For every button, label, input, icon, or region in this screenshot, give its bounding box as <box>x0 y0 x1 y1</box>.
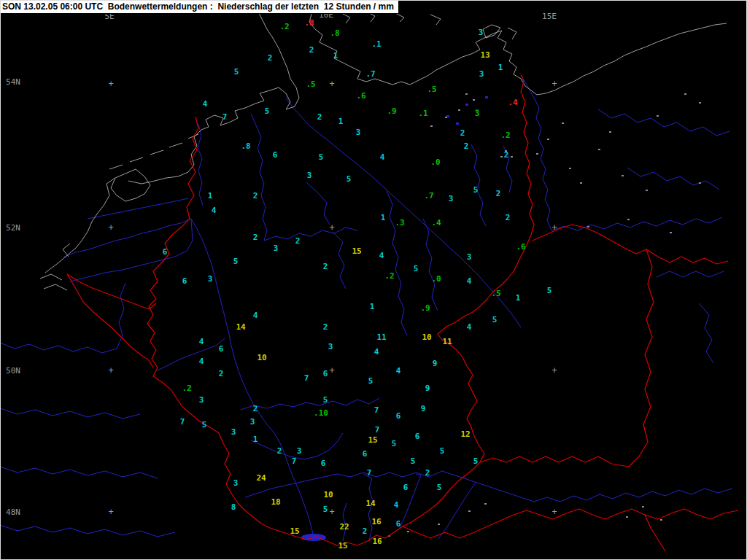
station-precip-value: 9 <box>425 384 430 393</box>
station-precip-value: 5 <box>473 456 479 466</box>
station-precip-value: 2 <box>363 526 368 536</box>
graticule-cross: + <box>551 222 557 233</box>
station-precip-value: 6 <box>396 519 401 529</box>
station-precip-value: 5 <box>319 152 324 162</box>
station-precip-value: 16 <box>371 517 381 526</box>
station-precip-value: 5 <box>473 185 479 195</box>
station-precip-value: .9 <box>420 303 430 313</box>
station-precip-value: 15 <box>290 526 299 536</box>
station-precip-value: 1 <box>498 63 503 72</box>
station-precip-value: 2 <box>464 141 469 151</box>
station-precip-value: .1 <box>371 39 381 49</box>
station-precip-value: 2 <box>460 128 465 138</box>
station-precip-value: 9 <box>433 359 438 368</box>
station-precip-value: 10 <box>257 353 266 362</box>
station-precip-value: 3 <box>208 274 213 284</box>
station-precip-value: 5 <box>323 505 328 514</box>
station-precip-value: 3 <box>356 128 361 137</box>
station-precip-value: 2 <box>219 369 224 378</box>
station-precip-value: 2 <box>268 53 273 63</box>
station-precip-value: 3 <box>449 194 454 203</box>
station-values-layer: .2.8.8.13132125.713.5.6.5.4.9.13475213.2… <box>0 0 747 560</box>
station-precip-value: 4 <box>199 357 204 366</box>
station-precip-value: 7 <box>367 468 372 478</box>
graticule-cross: + <box>551 507 557 517</box>
station-precip-value: .3 <box>395 218 404 228</box>
station-precip-value: 2 <box>253 233 258 242</box>
station-precip-value: 5 <box>411 456 416 466</box>
station-precip-value: 3 <box>233 478 239 488</box>
graticule-cross: + <box>329 79 334 89</box>
station-precip-value: 4 <box>212 206 217 215</box>
station-precip-value: 3 <box>231 427 236 437</box>
station-precip-value: 5 <box>323 395 328 405</box>
latitude-label: 50N <box>6 366 20 376</box>
station-precip-value: 4 <box>253 311 258 320</box>
station-precip-value: 15 <box>338 541 347 551</box>
station-precip-value: 1 <box>381 213 386 222</box>
station-precip-value: 7 <box>222 112 228 122</box>
station-precip-value: 5 <box>234 67 239 77</box>
station-precip-value: 3 <box>307 171 312 180</box>
station-precip-value: 3 <box>274 244 279 253</box>
station-precip-value: 10 <box>323 490 333 499</box>
station-precip-value: 5 <box>233 257 239 266</box>
station-precip-value: 10 <box>422 332 431 342</box>
station-precip-value: 7 <box>180 417 185 427</box>
station-precip-value: 7 <box>374 405 379 415</box>
station-precip-value: 5 <box>368 376 374 386</box>
station-precip-value: 15 <box>368 435 377 445</box>
station-precip-value: .6 <box>516 242 525 252</box>
station-precip-value: 5 <box>347 174 352 184</box>
station-precip-value: 8 <box>231 502 236 512</box>
title-bar: SON 13.02.05 06:00 UTC Bodenwettermeldun… <box>0 0 399 14</box>
station-precip-value: 6 <box>182 276 187 286</box>
station-precip-value: 3 <box>250 417 255 427</box>
station-precip-value: 3 <box>475 109 480 118</box>
station-precip-value: 4 <box>467 322 472 332</box>
station-precip-value: .4 <box>431 218 441 228</box>
station-precip-value: 11 <box>376 332 386 342</box>
station-precip-value: .1 <box>418 109 427 118</box>
station-precip-value: 1 <box>253 435 258 444</box>
station-precip-value: 2 <box>295 236 301 246</box>
station-precip-value: 1 <box>208 191 213 201</box>
station-precip-value: 5 <box>392 439 397 448</box>
station-precip-value: .2 <box>384 271 394 281</box>
station-precip-value: 7 <box>375 425 380 435</box>
station-precip-value: 2 <box>277 446 282 456</box>
station-precip-value: 4 <box>199 337 204 346</box>
station-precip-value: 5 <box>492 315 498 324</box>
graticule-cross: + <box>329 507 334 517</box>
station-precip-value: 3 <box>199 395 204 405</box>
station-precip-value: 4 <box>467 276 472 286</box>
station-precip-value: 3 <box>297 446 302 456</box>
station-precip-value: 9 <box>421 404 426 413</box>
station-precip-value: 6 <box>323 369 328 378</box>
station-precip-value: .5 <box>306 79 315 89</box>
station-precip-value: 6 <box>273 150 278 160</box>
station-precip-value: 6 <box>403 483 409 492</box>
station-precip-value: 6 <box>396 411 401 421</box>
station-precip-value: 12 <box>460 429 470 439</box>
graticule-cross: + <box>108 365 113 376</box>
station-precip-value: 6 <box>163 247 168 257</box>
station-precip-value: 22 <box>339 522 349 532</box>
latitude-label: 52N <box>6 223 20 233</box>
station-precip-value: 2 <box>253 404 258 413</box>
station-precip-value: .8 <box>241 141 250 151</box>
station-precip-value: 14 <box>236 322 245 332</box>
station-precip-value: 4 <box>374 347 379 357</box>
station-precip-value: 2 <box>504 150 509 160</box>
station-precip-value: 1 <box>370 302 375 311</box>
station-precip-value: .8 <box>330 28 339 38</box>
graticule-cross: + <box>551 79 557 89</box>
station-precip-value: 5 <box>265 106 270 116</box>
station-precip-value: 4 <box>396 366 401 376</box>
station-precip-value: 2 <box>496 189 501 198</box>
station-precip-value: 13 <box>480 50 489 60</box>
station-precip-value: 5 <box>414 264 419 273</box>
graticule-cross: + <box>108 507 113 517</box>
station-precip-value: .5 <box>491 289 500 298</box>
station-precip-value: 2 <box>506 213 511 222</box>
